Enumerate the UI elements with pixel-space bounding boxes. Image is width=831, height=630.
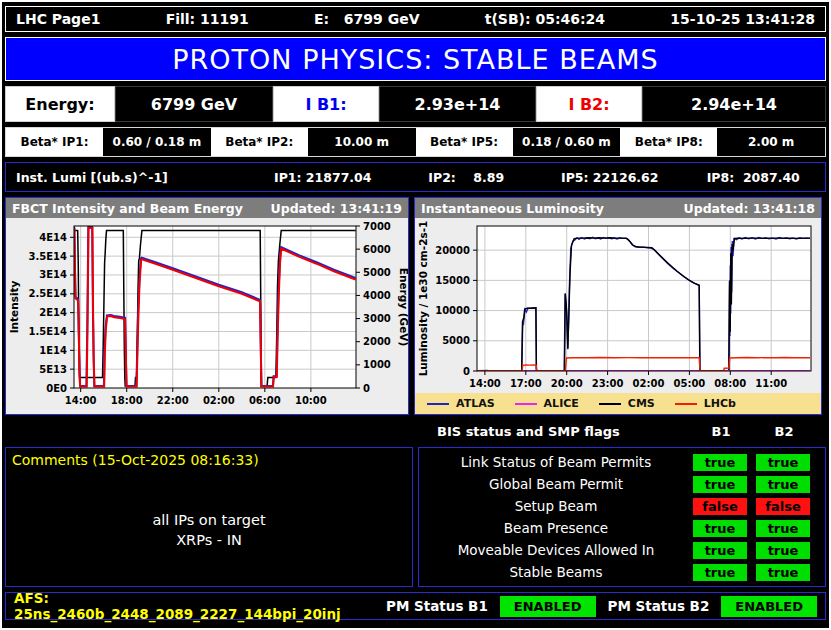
legend-item-cms: CMS [599, 397, 655, 410]
legend-label: LHCb [704, 397, 736, 410]
beta-ip2-label: Beta* IP2: [211, 128, 308, 156]
top-status-strip: LHC Page1 Fill: 11191 E: 6799 GeV t(SB):… [5, 6, 826, 32]
svg-text:1.5E14: 1.5E14 [29, 326, 68, 337]
svg-text:5E13: 5E13 [39, 364, 67, 375]
beta-ip1-value: 0.60 / 0.18 m [103, 128, 211, 156]
beam-mode-banner: PROTON PHYSICS: STABLE BEAMS [5, 37, 826, 81]
svg-text:17:00: 17:00 [510, 378, 542, 389]
svg-text:4000: 4000 [363, 290, 391, 301]
svg-text:5000: 5000 [442, 335, 470, 346]
bis-header: BIS status and SMP flags B1 B2 [5, 420, 826, 442]
afs-filling-scheme: AFS: 25ns_2460b_2448_2089_2227_144bpi_20… [14, 590, 374, 622]
svg-text:22:00: 22:00 [157, 395, 189, 406]
flag-status-b2: false [756, 498, 810, 515]
svg-text:20:00: 20:00 [551, 378, 583, 389]
legend-item-lhcb: LHCb [675, 397, 736, 410]
flag-label: Moveable Devices Allowed In [419, 542, 693, 558]
lumi-ip8: IP8: 2087.40 [682, 170, 826, 185]
svg-text:4E14: 4E14 [39, 232, 67, 243]
luminosity-title: Instantaneous Luminosity [421, 201, 604, 216]
svg-text:3E14: 3E14 [39, 269, 67, 280]
legend-swatch [427, 403, 449, 405]
flag-label: Stable Beams [419, 564, 693, 580]
flag-row: Beam Presencetruetrue [419, 520, 825, 537]
bis-col-b2: B2 [757, 424, 811, 439]
comments-title: Comments (15-Oct-2025 08:16:33) [12, 452, 406, 468]
luminosity-panel: Instantaneous Luminosity Updated: 13:41:… [414, 197, 822, 415]
flag-label: Beam Presence [419, 520, 693, 536]
energy-value: 6799 GeV [115, 86, 273, 122]
svg-text:14:00: 14:00 [469, 378, 501, 389]
fbct-panel: FBCT Intensity and Beam Energy Updated: … [5, 197, 409, 415]
inst-lumi-label: Inst. Lumi [(ub.s)^-1] [6, 170, 251, 185]
beta-ip5-label: Beta* IP5: [416, 128, 513, 156]
svg-text:2E14: 2E14 [39, 307, 67, 318]
app-title: LHC Page1 [16, 11, 100, 27]
intensity-b2-value: 2.94e+14 [642, 86, 826, 122]
bis-title: BIS status and SMP flags [425, 424, 694, 439]
legend-swatch [599, 403, 621, 405]
comments-body: all IPs on target XRPs - IN [6, 510, 412, 551]
pm-status-b2-label: PM Status B2 [608, 598, 710, 614]
beta-ip5-value: 0.18 / 0.60 m [513, 128, 621, 156]
flag-status-b2: true [756, 520, 810, 537]
svg-text:10000: 10000 [435, 305, 470, 316]
intensity-b1-value: 2.93e+14 [379, 86, 536, 122]
flag-label: Link Status of Beam Permits [419, 454, 693, 470]
fill-number: Fill: 11191 [166, 11, 249, 27]
svg-text:1000: 1000 [363, 359, 391, 370]
beta-ip1-label: Beta* IP1: [6, 128, 103, 156]
charts-section: FBCT Intensity and Beam Energy Updated: … [5, 197, 826, 415]
svg-text:23:00: 23:00 [592, 378, 624, 389]
svg-text:3.5E14: 3.5E14 [29, 251, 68, 262]
legend-item-atlas: ATLAS [427, 397, 495, 410]
beta-ip2-value: 10.00 m [308, 128, 416, 156]
luminosity-chart: 14:0017:0020:0023:0002:0005:0008:0011:00… [415, 218, 821, 393]
fbct-panel-header: FBCT Intensity and Beam Energy Updated: … [6, 198, 408, 218]
bottom-section: Comments (15-Oct-2025 08:16:33) all IPs … [5, 447, 826, 587]
legend-swatch [675, 403, 697, 405]
lhc-page1-vistar: LHC Page1 Fill: 11191 E: 6799 GeV t(SB):… [0, 0, 831, 630]
flag-status-b1: true [693, 476, 747, 493]
svg-text:3000: 3000 [363, 313, 391, 324]
svg-text:Luminosity / 1e30 cm-2s-1: Luminosity / 1e30 cm-2s-1 [417, 221, 429, 377]
pm-status-b1-label: PM Status B1 [386, 598, 488, 614]
fbct-updated: Updated: 13:41:19 [271, 201, 402, 216]
flag-label: Global Beam Permit [419, 476, 693, 492]
flag-row: Stable Beamstruetrue [419, 564, 825, 581]
afs-strip: AFS: 25ns_2460b_2448_2089_2227_144bpi_20… [5, 592, 826, 620]
svg-text:2.5E14: 2.5E14 [29, 288, 68, 299]
flag-status-b2: true [756, 476, 810, 493]
flag-row: Link Status of Beam Permitstruetrue [419, 454, 825, 471]
energy-label: Energy: [5, 86, 115, 122]
svg-text:20000: 20000 [435, 245, 470, 256]
flag-row: Global Beam Permittruetrue [419, 476, 825, 493]
flag-status-b1: true [693, 454, 747, 471]
flag-status-b2: true [756, 454, 810, 471]
svg-text:0: 0 [463, 366, 470, 377]
svg-text:06:00: 06:00 [249, 395, 281, 406]
beta-ip8-label: Beta* IP8: [620, 128, 717, 156]
svg-text:10:00: 10:00 [295, 395, 327, 406]
svg-text:2000: 2000 [363, 336, 391, 347]
beta-ip8-value: 2.00 m [717, 128, 825, 156]
svg-text:0: 0 [363, 383, 370, 394]
legend-item-alice: ALICE [515, 397, 579, 410]
svg-text:18:00: 18:00 [111, 395, 143, 406]
svg-text:15000: 15000 [435, 275, 470, 286]
flag-status-b1: false [693, 498, 747, 515]
svg-text:5000: 5000 [363, 267, 391, 278]
pm-status-b1-value: ENABLED [500, 596, 596, 617]
bis-col-b1: B1 [694, 424, 748, 439]
energy-intensity-row: Energy: 6799 GeV I B1: 2.93e+14 I B2: 2.… [5, 86, 826, 122]
pm-status-b2-value: ENABLED [721, 596, 817, 617]
fbct-title: FBCT Intensity and Beam Energy [12, 201, 243, 216]
svg-text:1E14: 1E14 [39, 345, 67, 356]
svg-text:05:00: 05:00 [673, 378, 705, 389]
intensity-b2-label: I B2: [536, 86, 642, 122]
legend-label: CMS [628, 397, 655, 410]
flag-row: Moveable Devices Allowed Intruetrue [419, 542, 825, 559]
svg-text:6000: 6000 [363, 244, 391, 255]
fbct-chart: 14:0018:0022:0002:0006:0010:000E05E131E1… [6, 218, 408, 414]
comment-line: XRPs - IN [6, 530, 412, 550]
